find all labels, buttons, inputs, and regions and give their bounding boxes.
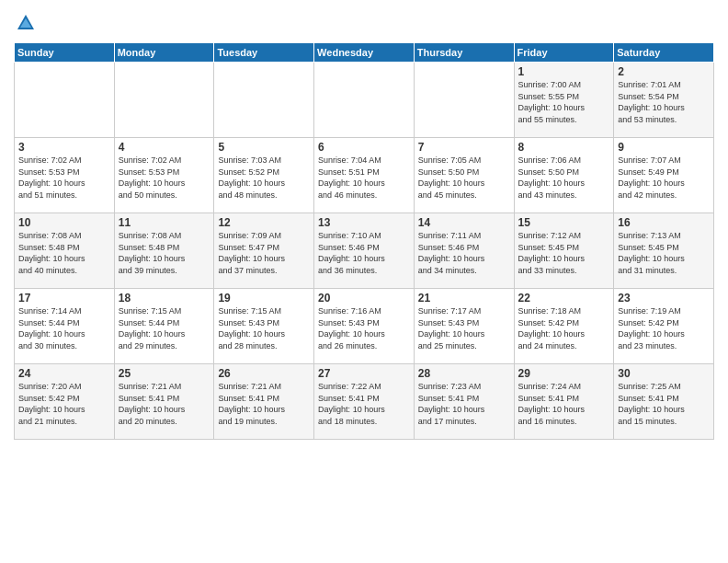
logo [14, 13, 36, 37]
day-number: 29 [518, 367, 610, 380]
calendar-cell: 3Sunrise: 7:02 AM Sunset: 5:53 PM Daylig… [15, 138, 115, 213]
week-row-2: 3Sunrise: 7:02 AM Sunset: 5:53 PM Daylig… [15, 138, 714, 213]
col-header-tuesday: Tuesday [214, 43, 314, 63]
calendar-cell: 19Sunrise: 7:15 AM Sunset: 5:43 PM Dayli… [214, 289, 314, 364]
cell-info: Sunrise: 7:00 AM Sunset: 5:55 PM Dayligh… [518, 79, 610, 125]
cell-info: Sunrise: 7:24 AM Sunset: 5:41 PM Dayligh… [518, 381, 610, 427]
calendar-cell [15, 63, 115, 138]
cell-info: Sunrise: 7:21 AM Sunset: 5:41 PM Dayligh… [218, 381, 310, 427]
cell-info: Sunrise: 7:02 AM Sunset: 5:53 PM Dayligh… [18, 155, 110, 201]
logo-icon [16, 13, 36, 33]
day-number: 4 [119, 141, 210, 154]
cell-info: Sunrise: 7:18 AM Sunset: 5:42 PM Dayligh… [518, 305, 610, 351]
calendar-cell: 15Sunrise: 7:12 AM Sunset: 5:45 PM Dayli… [514, 213, 614, 289]
calendar-cell: 6Sunrise: 7:04 AM Sunset: 5:51 PM Daylig… [314, 138, 415, 213]
week-row-1: 1Sunrise: 7:00 AM Sunset: 5:55 PM Daylig… [15, 63, 714, 138]
day-number: 14 [418, 216, 510, 229]
calendar-cell [214, 63, 314, 138]
day-number: 25 [119, 367, 210, 380]
cell-info: Sunrise: 7:17 AM Sunset: 5:43 PM Dayligh… [418, 305, 510, 351]
cell-info: Sunrise: 7:05 AM Sunset: 5:50 PM Dayligh… [418, 155, 510, 201]
cell-info: Sunrise: 7:12 AM Sunset: 5:45 PM Dayligh… [518, 230, 610, 276]
day-number: 6 [318, 141, 410, 154]
cell-info: Sunrise: 7:16 AM Sunset: 5:43 PM Dayligh… [318, 305, 410, 351]
calendar-cell: 26Sunrise: 7:21 AM Sunset: 5:41 PM Dayli… [214, 364, 314, 440]
day-number: 12 [218, 216, 310, 229]
calendar-cell: 24Sunrise: 7:20 AM Sunset: 5:42 PM Dayli… [15, 364, 115, 440]
calendar-cell: 16Sunrise: 7:13 AM Sunset: 5:45 PM Dayli… [614, 213, 714, 289]
calendar-cell: 12Sunrise: 7:09 AM Sunset: 5:47 PM Dayli… [214, 213, 314, 289]
day-number: 30 [618, 367, 710, 380]
col-header-saturday: Saturday [614, 43, 714, 63]
cell-info: Sunrise: 7:07 AM Sunset: 5:49 PM Dayligh… [618, 155, 710, 201]
week-row-4: 17Sunrise: 7:14 AM Sunset: 5:44 PM Dayli… [15, 289, 714, 364]
calendar-cell: 30Sunrise: 7:25 AM Sunset: 5:41 PM Dayli… [614, 364, 714, 440]
calendar-cell: 28Sunrise: 7:23 AM Sunset: 5:41 PM Dayli… [414, 364, 514, 440]
day-number: 22 [518, 292, 610, 304]
calendar-cell: 7Sunrise: 7:05 AM Sunset: 5:50 PM Daylig… [414, 138, 514, 213]
day-number: 18 [119, 292, 210, 304]
day-number: 20 [318, 292, 410, 304]
header-row: SundayMondayTuesdayWednesdayThursdayFrid… [15, 43, 714, 63]
col-header-wednesday: Wednesday [314, 43, 415, 63]
calendar-cell: 25Sunrise: 7:21 AM Sunset: 5:41 PM Dayli… [114, 364, 214, 440]
calendar-cell: 17Sunrise: 7:14 AM Sunset: 5:44 PM Dayli… [15, 289, 115, 364]
calendar-cell: 5Sunrise: 7:03 AM Sunset: 5:52 PM Daylig… [214, 138, 314, 213]
day-number: 23 [618, 292, 710, 304]
calendar-cell: 21Sunrise: 7:17 AM Sunset: 5:43 PM Dayli… [414, 289, 514, 364]
calendar-cell: 22Sunrise: 7:18 AM Sunset: 5:42 PM Dayli… [514, 289, 614, 364]
logo-text [14, 13, 36, 37]
day-number: 1 [518, 65, 610, 78]
cell-info: Sunrise: 7:08 AM Sunset: 5:48 PM Dayligh… [18, 230, 110, 276]
day-number: 11 [119, 216, 210, 229]
cell-info: Sunrise: 7:08 AM Sunset: 5:48 PM Dayligh… [119, 230, 210, 276]
cell-info: Sunrise: 7:02 AM Sunset: 5:53 PM Dayligh… [119, 155, 210, 201]
cell-info: Sunrise: 7:11 AM Sunset: 5:46 PM Dayligh… [418, 230, 510, 276]
calendar-cell [114, 63, 214, 138]
col-header-monday: Monday [114, 43, 214, 63]
calendar-cell: 11Sunrise: 7:08 AM Sunset: 5:48 PM Dayli… [114, 213, 214, 289]
cell-info: Sunrise: 7:19 AM Sunset: 5:42 PM Dayligh… [618, 305, 710, 351]
cell-info: Sunrise: 7:01 AM Sunset: 5:54 PM Dayligh… [618, 79, 710, 125]
week-row-5: 24Sunrise: 7:20 AM Sunset: 5:42 PM Dayli… [15, 364, 714, 440]
calendar-cell: 4Sunrise: 7:02 AM Sunset: 5:53 PM Daylig… [114, 138, 214, 213]
calendar-cell: 27Sunrise: 7:22 AM Sunset: 5:41 PM Dayli… [314, 364, 415, 440]
cell-info: Sunrise: 7:15 AM Sunset: 5:43 PM Dayligh… [218, 305, 310, 351]
cell-info: Sunrise: 7:03 AM Sunset: 5:52 PM Dayligh… [218, 155, 310, 201]
calendar-cell: 10Sunrise: 7:08 AM Sunset: 5:48 PM Dayli… [15, 213, 115, 289]
cell-info: Sunrise: 7:22 AM Sunset: 5:41 PM Dayligh… [318, 381, 410, 427]
day-number: 19 [218, 292, 310, 304]
day-number: 21 [418, 292, 510, 304]
day-number: 16 [618, 216, 710, 229]
cell-info: Sunrise: 7:04 AM Sunset: 5:51 PM Dayligh… [318, 155, 410, 201]
cell-info: Sunrise: 7:15 AM Sunset: 5:44 PM Dayligh… [119, 305, 210, 351]
calendar-cell: 20Sunrise: 7:16 AM Sunset: 5:43 PM Dayli… [314, 289, 415, 364]
calendar-cell: 9Sunrise: 7:07 AM Sunset: 5:49 PM Daylig… [614, 138, 714, 213]
calendar-cell: 14Sunrise: 7:11 AM Sunset: 5:46 PM Dayli… [414, 213, 514, 289]
cell-info: Sunrise: 7:21 AM Sunset: 5:41 PM Dayligh… [119, 381, 210, 427]
calendar-cell: 18Sunrise: 7:15 AM Sunset: 5:44 PM Dayli… [114, 289, 214, 364]
calendar-cell: 8Sunrise: 7:06 AM Sunset: 5:50 PM Daylig… [514, 138, 614, 213]
calendar-cell: 23Sunrise: 7:19 AM Sunset: 5:42 PM Dayli… [614, 289, 714, 364]
cell-info: Sunrise: 7:23 AM Sunset: 5:41 PM Dayligh… [418, 381, 510, 427]
day-number: 3 [18, 141, 110, 154]
day-number: 15 [518, 216, 610, 229]
calendar-table: SundayMondayTuesdayWednesdayThursdayFrid… [14, 42, 714, 440]
cell-info: Sunrise: 7:14 AM Sunset: 5:44 PM Dayligh… [18, 305, 110, 351]
page: SundayMondayTuesdayWednesdayThursdayFrid… [0, 0, 728, 563]
day-number: 10 [18, 216, 110, 229]
day-number: 2 [618, 65, 710, 78]
cell-info: Sunrise: 7:09 AM Sunset: 5:47 PM Dayligh… [218, 230, 310, 276]
col-header-thursday: Thursday [414, 43, 514, 63]
day-number: 28 [418, 367, 510, 380]
day-number: 13 [318, 216, 410, 229]
day-number: 26 [218, 367, 310, 380]
calendar-cell: 1Sunrise: 7:00 AM Sunset: 5:55 PM Daylig… [514, 63, 614, 138]
day-number: 7 [418, 141, 510, 154]
header [14, 9, 714, 37]
calendar-cell: 29Sunrise: 7:24 AM Sunset: 5:41 PM Dayli… [514, 364, 614, 440]
logo-general [14, 13, 36, 37]
calendar-cell [314, 63, 415, 138]
cell-info: Sunrise: 7:13 AM Sunset: 5:45 PM Dayligh… [618, 230, 710, 276]
cell-info: Sunrise: 7:20 AM Sunset: 5:42 PM Dayligh… [18, 381, 110, 427]
